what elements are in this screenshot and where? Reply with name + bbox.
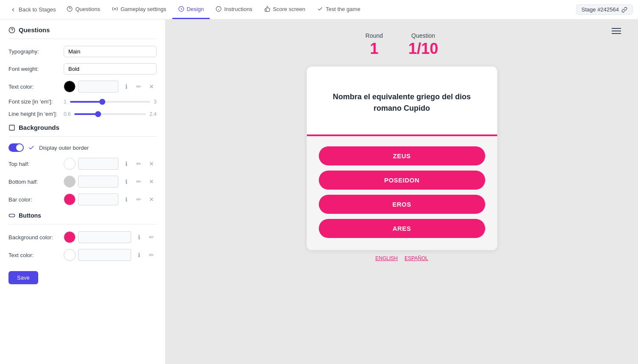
questions-icon <box>67 6 73 12</box>
typography-label: Typography: <box>8 48 64 55</box>
typography-select[interactable]: Main <box>64 46 157 57</box>
bottom-half-row: Bottom half: ℹ ✏ ✕ <box>8 176 157 188</box>
nav-item-instructions[interactable]: Instructions <box>210 0 258 19</box>
text-color-row: Text color: ℹ ✏ ✕ <box>8 81 157 92</box>
instructions-icon <box>216 6 222 12</box>
round-question-header: Round 1 Question 1/10 <box>365 32 438 58</box>
backgrounds-icon <box>8 124 15 131</box>
link-icon <box>621 7 627 13</box>
btn-bg-info-btn[interactable]: ℹ <box>134 232 144 242</box>
test-icon <box>317 6 323 12</box>
right-panel: Round 1 Question 1/10 Nombra el equivale… <box>166 20 638 364</box>
bar-color-input <box>78 193 118 205</box>
top-half-info-btn[interactable]: ℹ <box>121 159 131 169</box>
top-half-swatch[interactable] <box>64 158 76 170</box>
line-height-min: 0.6 <box>64 111 71 117</box>
hamburger-menu[interactable] <box>612 28 621 34</box>
btn-text-color-swatch[interactable] <box>64 249 76 261</box>
round-label: Round <box>365 32 383 39</box>
nav-item-design[interactable]: Design <box>172 0 210 19</box>
main-layout: Questions Typography: Main Font weight: … <box>0 20 638 364</box>
text-color-info-btn[interactable]: ℹ <box>121 81 131 92</box>
font-size-slider[interactable] <box>70 101 151 103</box>
nav-gameplay-label: Gameplay settings <box>121 6 166 12</box>
answer-btn-1[interactable]: POSEIDON <box>319 171 485 190</box>
game-question-text: Nombra el equivalente griego del dios ro… <box>320 91 484 114</box>
bottom-half-label: Bottom half: <box>8 179 64 185</box>
bottom-half-controls: ℹ ✏ ✕ <box>64 176 157 188</box>
bottom-half-info-btn[interactable]: ℹ <box>121 176 131 187</box>
score-icon <box>264 6 270 12</box>
font-size-thumb <box>99 99 105 105</box>
nav-item-test[interactable]: Test the game <box>311 0 366 19</box>
text-color-edit-btn[interactable]: ✏ <box>134 81 144 92</box>
top-half-edit-btn[interactable]: ✏ <box>134 159 144 169</box>
chevron-left-icon <box>10 7 16 13</box>
nav-test-label: Test the game <box>326 6 360 12</box>
display-border-knob <box>16 144 23 151</box>
hamburger-line-1 <box>612 28 621 29</box>
buttons-section-title: Buttons <box>8 212 157 219</box>
line-height-thumb <box>95 111 101 117</box>
text-color-controls: ℹ ✏ ✕ <box>64 81 157 92</box>
font-weight-label: Font weight: <box>8 66 64 72</box>
language-row: ENGLISH ESPAÑOL <box>375 255 428 261</box>
line-height-slider[interactable] <box>74 113 146 115</box>
svg-point-1 <box>114 8 116 10</box>
answer-btn-2[interactable]: EROS <box>319 195 485 214</box>
nav-item-gameplay[interactable]: Gameplay settings <box>106 0 172 19</box>
text-color-label: Text color: <box>8 84 64 90</box>
bar-color-info-btn[interactable]: ℹ <box>121 194 131 204</box>
lang-spanish[interactable]: ESPAÑOL <box>405 255 428 261</box>
bottom-half-input <box>78 176 118 188</box>
btn-bg-edit-btn[interactable]: ✏ <box>146 232 157 242</box>
answer-btn-0[interactable]: ZEUS <box>319 146 485 165</box>
display-border-toggle[interactable] <box>8 143 24 152</box>
save-button[interactable]: Save <box>8 271 38 284</box>
answer-btn-3[interactable]: ARES <box>319 219 485 238</box>
bar-color-edit-btn[interactable]: ✏ <box>134 194 144 204</box>
text-color-input <box>78 81 118 92</box>
nav-item-questions[interactable]: Questions <box>61 0 106 19</box>
nav-design-label: Design <box>187 6 204 12</box>
hamburger-line-3 <box>612 33 621 34</box>
font-size-label: Font size [in 'em']: <box>8 98 64 105</box>
display-border-label: Display outer border <box>39 145 89 151</box>
left-panel: Questions Typography: Main Font weight: … <box>0 20 166 364</box>
font-weight-select[interactable]: Bold <box>64 63 157 75</box>
bar-color-label: Bar color: <box>8 196 64 203</box>
font-weight-row: Font weight: Bold <box>8 63 157 75</box>
bottom-half-swatch[interactable] <box>64 176 76 188</box>
btn-bg-color-label: Background color: <box>8 234 64 241</box>
top-half-row: Top half: ℹ ✏ ✕ <box>8 158 157 170</box>
bottom-half-edit-btn[interactable]: ✏ <box>134 176 144 187</box>
line-height-max: 2.4 <box>149 111 157 117</box>
btn-text-info-btn[interactable]: ℹ <box>134 250 144 260</box>
back-to-stages[interactable]: Back to Stages <box>5 6 61 13</box>
font-size-slider-row: 1 3 <box>64 99 157 105</box>
buttons-icon <box>8 212 15 219</box>
line-height-fill <box>74 113 98 115</box>
backgrounds-label: Backgrounds <box>19 124 59 131</box>
buttons-divider <box>8 224 157 224</box>
font-size-row: Font size [in 'em']: 1 3 <box>8 98 157 105</box>
bar-color-clear-btn[interactable]: ✕ <box>146 194 157 204</box>
stage-label: Stage #242564 <box>582 6 619 13</box>
nav-item-score[interactable]: Score screen <box>259 0 312 19</box>
check-icon <box>28 144 35 151</box>
back-label: Back to Stages <box>19 6 56 13</box>
lang-english[interactable]: ENGLISH <box>375 255 398 261</box>
text-color-clear-btn[interactable]: ✕ <box>146 81 157 92</box>
top-half-clear-btn[interactable]: ✕ <box>146 159 157 169</box>
bar-color-swatch[interactable] <box>64 193 76 205</box>
questions-section-title: Questions <box>8 26 157 34</box>
text-color-swatch[interactable] <box>64 81 76 92</box>
gameplay-icon <box>112 6 118 12</box>
btn-text-edit-btn[interactable]: ✏ <box>146 250 157 260</box>
btn-bg-color-swatch[interactable] <box>64 231 76 243</box>
bottom-half-clear-btn[interactable]: ✕ <box>146 176 157 187</box>
line-height-row: Line height [in 'em']: 0.6 2.4 <box>8 111 157 117</box>
bar-color-row: Bar color: ℹ ✏ ✕ <box>8 193 157 205</box>
btn-text-color-input <box>78 249 131 261</box>
btn-text-color-row: Text color: ℹ ✏ <box>8 249 157 261</box>
